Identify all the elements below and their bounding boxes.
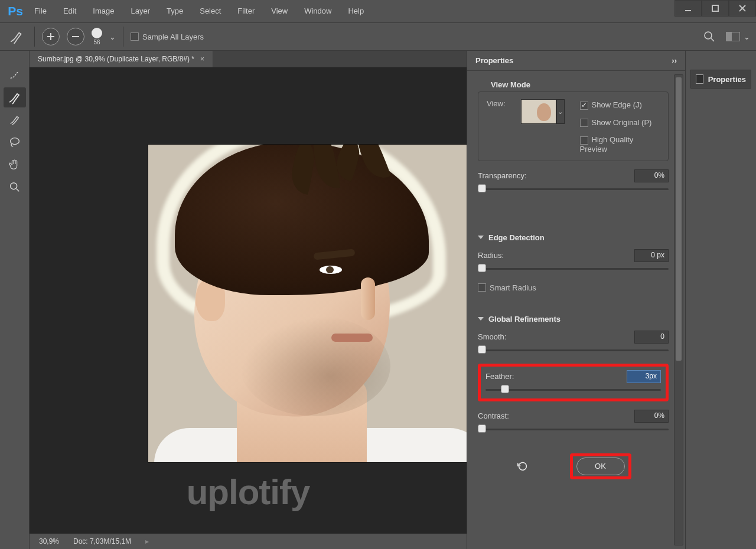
workspace-switcher[interactable]: ⌄ (726, 32, 750, 41)
watermark-text: uplotify (187, 472, 310, 512)
svg-rect-1 (712, 5, 718, 11)
document-column: Sumber.jpg @ 30,9% (Duplicate Layer, RGB… (30, 51, 467, 549)
main-area: Sumber.jpg @ 30,9% (Duplicate Layer, RGB… (0, 51, 756, 549)
brush-size-control[interactable]: 56 (92, 28, 102, 45)
status-docinfo: Doc: 7,03M/15,1M (73, 537, 131, 545)
image-content (361, 277, 375, 320)
view-preview-thumb[interactable] (521, 99, 556, 124)
view-mode-title: View Mode (491, 80, 530, 89)
image-content (320, 266, 342, 274)
edge-detection-header[interactable]: Edge Detection (478, 228, 669, 242)
properties-dock-tab[interactable]: Properties (690, 70, 751, 89)
brush-add-button[interactable] (42, 28, 60, 45)
smooth-slider[interactable] (478, 345, 669, 355)
tool-brush[interactable] (4, 110, 26, 130)
divider (123, 27, 123, 47)
brush-dropdown-icon[interactable]: ⌄ (109, 32, 116, 41)
menu-edit[interactable]: Edit (55, 0, 84, 22)
sample-all-layers-label: Sample All Layers (142, 32, 204, 41)
chevron-down-icon (478, 236, 484, 239)
transparency-slider[interactable] (478, 184, 669, 194)
status-bar: 30,9% Doc: 7,03M/15,1M ▸ (30, 534, 467, 549)
search-icon[interactable] (703, 31, 715, 43)
view-label: View: (487, 99, 506, 108)
svg-line-11 (16, 189, 19, 192)
canvas-area[interactable]: uplotify (30, 67, 467, 534)
svg-line-8 (711, 38, 714, 41)
tool-hand[interactable] (4, 155, 26, 175)
smooth-label: Smooth: (478, 332, 506, 341)
brush-preview-icon (92, 28, 102, 38)
view-mode-group: View Mode View: ⌄ Show Edge (J) Show Ori… (478, 73, 669, 198)
chevron-down-icon: ⌄ (558, 108, 563, 116)
menu-view[interactable]: View (263, 0, 296, 22)
close-tab-icon[interactable]: × (200, 55, 204, 63)
checkbox-icon (580, 136, 588, 145)
menu-file[interactable]: File (26, 0, 55, 22)
window-controls (674, 0, 756, 22)
app-logo: Ps (5, 1, 26, 22)
edge-detection-title: Edge Detection (488, 233, 545, 242)
smart-radius-label: Smart Radius (490, 283, 536, 292)
status-zoom[interactable]: 30,9% (39, 537, 59, 545)
high-quality-checkbox[interactable]: High Quality Preview (580, 135, 660, 153)
tool-lasso[interactable] (4, 132, 26, 152)
svg-point-7 (705, 32, 712, 39)
feather-value[interactable]: 3px (627, 370, 661, 383)
tool-refine-brush[interactable] (4, 87, 26, 107)
properties-dock-label: Properties (708, 75, 746, 84)
checkbox-icon (580, 119, 588, 127)
radius-value[interactable]: 0 px (634, 249, 669, 262)
properties-panel: Properties ›› View Mode View: (467, 51, 685, 549)
document-tab-title: Sumber.jpg @ 30,9% (Duplicate Layer, RGB… (38, 55, 194, 63)
divider (34, 27, 35, 47)
transparency-label: Transparency: (478, 171, 527, 180)
menu-help[interactable]: Help (340, 0, 372, 22)
menu-select[interactable]: Select (191, 0, 229, 22)
global-refinements-header[interactable]: Global Refinements (478, 310, 669, 323)
document-tab[interactable]: Sumber.jpg @ 30,9% (Duplicate Layer, RGB… (30, 51, 213, 67)
radius-label: Radius: (478, 251, 504, 260)
radius-slider[interactable] (478, 263, 669, 274)
menu-window[interactable]: Window (296, 0, 340, 22)
svg-point-9 (10, 138, 19, 145)
ok-button[interactable]: OK (576, 458, 625, 475)
tool-zoom[interactable] (4, 177, 26, 197)
current-tool-icon[interactable] (6, 26, 27, 47)
window-maximize-button[interactable] (702, 0, 729, 17)
reset-icon[interactable] (516, 459, 530, 473)
show-original-checkbox[interactable]: Show Original (P) (580, 118, 660, 128)
global-refinements-group: Global Refinements Smooth: 0 Feather: 3p… (478, 308, 669, 438)
window-close-button[interactable] (729, 0, 756, 17)
menu-type[interactable]: Type (158, 0, 191, 22)
contrast-label: Contrast: (478, 411, 509, 420)
menu-filter[interactable]: Filter (229, 0, 263, 22)
image-content (240, 316, 390, 416)
svg-point-10 (10, 183, 17, 189)
feather-slider[interactable] (485, 384, 661, 395)
tools-panel (0, 51, 30, 549)
brush-size-value: 56 (93, 39, 100, 45)
document-canvas[interactable] (148, 144, 467, 463)
window-minimize-button[interactable] (674, 0, 702, 17)
status-more-icon[interactable]: ▸ (145, 537, 149, 545)
sample-all-layers-checkbox[interactable]: Sample All Layers (131, 32, 204, 41)
show-edge-checkbox[interactable]: Show Edge (J) (580, 100, 660, 110)
contrast-value[interactable]: 0% (634, 410, 669, 423)
checkbox-icon (580, 102, 588, 110)
edge-detection-group: Edge Detection Radius: 0 px Smart Radius (478, 226, 669, 296)
menu-layer[interactable]: Layer (123, 0, 159, 22)
feather-annotation: Feather: 3px (478, 364, 669, 401)
panel-collapse-icon[interactable]: ›› (672, 56, 677, 65)
smart-radius-checkbox[interactable]: Smart Radius (478, 283, 669, 292)
ok-annotation: OK (570, 453, 631, 479)
brush-subtract-button[interactable] (67, 28, 84, 45)
view-preview-dropdown[interactable]: ⌄ (556, 99, 565, 124)
transparency-value[interactable]: 0% (634, 169, 669, 182)
contrast-slider[interactable] (478, 424, 669, 434)
menu-image[interactable]: Image (84, 0, 122, 22)
chevron-down-icon: ⌄ (744, 32, 750, 41)
tool-quick-select[interactable] (4, 65, 26, 85)
smooth-value[interactable]: 0 (634, 331, 669, 344)
show-edge-label: Show Edge (J) (592, 100, 642, 109)
